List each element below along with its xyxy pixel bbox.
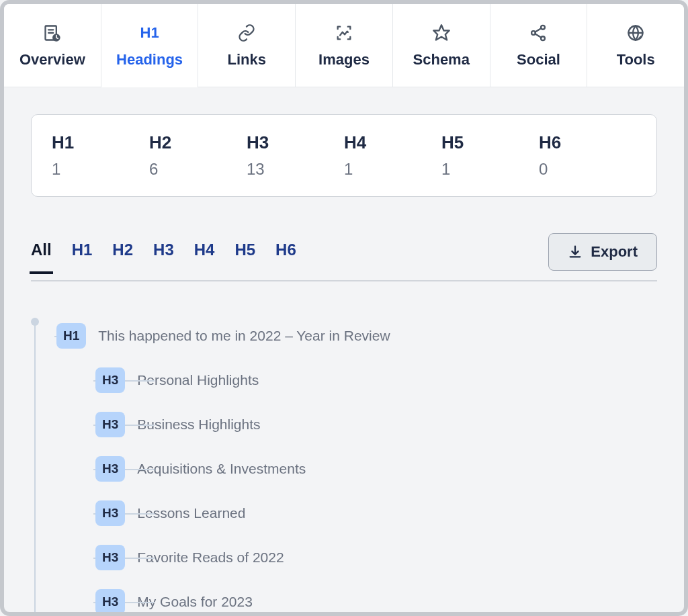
heading-level-badge: H3 — [95, 367, 125, 393]
document-clock-icon — [42, 23, 62, 43]
tab-label: Schema — [413, 51, 470, 69]
stat-h2: H2 6 — [149, 132, 247, 179]
filter-row: All H1 H2 H3 H4 H5 H6 Export — [31, 233, 657, 281]
stat-h3: H3 13 — [247, 132, 344, 179]
filter-h2[interactable]: H2 — [112, 240, 133, 261]
heading-row[interactable]: H1 This happened to me in 2022 – Year in… — [56, 314, 657, 358]
heading-level-badge: H3 — [95, 456, 125, 482]
globe-icon — [626, 23, 646, 43]
headings-tree: H1 This happened to me in 2022 – Year in… — [31, 314, 657, 616]
heading-text: This happened to me in 2022 – Year in Re… — [98, 328, 390, 344]
stat-value: 6 — [149, 160, 247, 179]
heading-row[interactable]: H3 Business Highlights — [95, 402, 657, 447]
stat-h5: H5 1 — [441, 132, 539, 179]
link-icon — [236, 23, 257, 43]
tab-overview[interactable]: Overview — [4, 4, 101, 87]
tab-schema[interactable]: Schema — [393, 4, 490, 87]
filter-h6[interactable]: H6 — [275, 240, 296, 261]
export-label: Export — [591, 243, 638, 261]
stat-label: H3 — [247, 132, 344, 153]
app-window: Overview H1 Headings Links — [0, 0, 688, 616]
stat-value: 1 — [52, 160, 149, 179]
heading-text: Favorite Reads of 2022 — [137, 549, 284, 566]
heading-level-badge: H3 — [95, 412, 125, 437]
tab-label: Social — [517, 51, 560, 69]
tab-headings[interactable]: H1 Headings — [101, 4, 199, 87]
heading-text: Acquisitions & Investments — [137, 461, 306, 477]
stat-value: 13 — [247, 160, 344, 179]
content-area: H1 1 H2 6 H3 13 H4 1 H5 1 H6 0 — [4, 87, 684, 616]
stat-value: 1 — [344, 160, 441, 179]
tab-images[interactable]: Images — [296, 4, 393, 87]
h1-icon: H1 — [140, 23, 160, 43]
star-icon — [431, 23, 452, 43]
tab-label: Headings — [116, 51, 183, 69]
tab-links[interactable]: Links — [198, 4, 296, 87]
heading-row[interactable]: H3 Acquisitions & Investments — [95, 447, 657, 491]
svg-line-9 — [535, 34, 542, 38]
image-scan-icon — [334, 23, 354, 43]
heading-row[interactable]: H3 Personal Highlights — [95, 358, 657, 402]
heading-row[interactable]: H3 My Goals for 2023 — [95, 580, 657, 616]
heading-text: My Goals for 2023 — [137, 594, 253, 610]
stat-value: 1 — [441, 160, 539, 179]
stat-h6: H6 0 — [539, 132, 636, 179]
tab-label: Overview — [19, 51, 85, 69]
heading-text: Personal Highlights — [137, 372, 259, 388]
export-button[interactable]: Export — [548, 233, 657, 271]
stat-label: H6 — [539, 132, 636, 153]
svg-marker-4 — [433, 25, 449, 40]
tab-social[interactable]: Social — [490, 4, 588, 87]
heading-text: Business Highlights — [137, 416, 260, 433]
tab-tools[interactable]: Tools — [587, 4, 684, 87]
filter-tabs: All H1 H2 H3 H4 H5 H6 — [31, 240, 296, 273]
tab-label: Tools — [617, 51, 655, 69]
stat-value: 0 — [539, 160, 636, 179]
heading-level-badge: H3 — [95, 500, 125, 526]
heading-level-badge: H3 — [95, 589, 125, 615]
heading-row[interactable]: H3 Lessons Learned — [95, 491, 657, 535]
stat-label: H1 — [52, 132, 149, 153]
tab-label: Links — [228, 51, 266, 69]
download-icon — [568, 245, 583, 259]
filter-h4[interactable]: H4 — [194, 240, 215, 261]
filter-h5[interactable]: H5 — [234, 240, 255, 261]
heading-row[interactable]: H3 Favorite Reads of 2022 — [95, 535, 657, 580]
stat-label: H2 — [149, 132, 247, 153]
stat-label: H5 — [441, 132, 539, 153]
svg-line-8 — [535, 28, 542, 32]
filter-h3[interactable]: H3 — [153, 240, 174, 261]
filter-h1[interactable]: H1 — [72, 240, 93, 261]
stat-h1: H1 1 — [52, 132, 149, 179]
share-icon — [528, 23, 548, 43]
tab-label: Images — [318, 51, 370, 69]
heading-stats-card: H1 1 H2 6 H3 13 H4 1 H5 1 H6 0 — [31, 114, 657, 197]
filter-all[interactable]: All — [31, 240, 52, 261]
heading-level-badge: H1 — [56, 323, 86, 349]
stat-h4: H4 1 — [344, 132, 441, 179]
heading-level-badge: H3 — [95, 545, 125, 570]
main-tabs: Overview H1 Headings Links — [4, 4, 684, 87]
tree-trunk-line — [34, 323, 36, 616]
stat-label: H4 — [344, 132, 441, 153]
